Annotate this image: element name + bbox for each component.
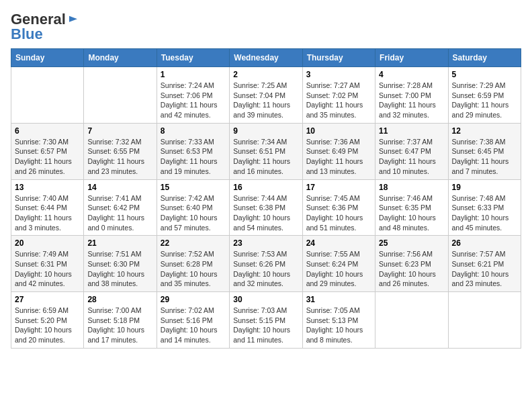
day-number: 11: [379, 126, 444, 136]
day-info: Sunrise: 7:53 AMSunset: 6:26 PMDaylight:…: [233, 249, 298, 289]
calendar-cell: 1Sunrise: 7:24 AMSunset: 7:06 PMDaylight…: [157, 67, 229, 124]
day-number: 1: [161, 70, 226, 79]
page-header: General Blue: [11, 11, 521, 43]
day-number: 30: [233, 295, 298, 304]
day-info: Sunrise: 6:59 AMSunset: 5:20 PMDaylight:…: [15, 306, 80, 345]
calendar-cell: 12Sunrise: 7:38 AMSunset: 6:45 PMDayligh…: [448, 123, 521, 179]
header-friday: Friday: [375, 49, 448, 67]
calendar-cell: 24Sunrise: 7:55 AMSunset: 6:24 PMDayligh…: [302, 236, 375, 292]
calendar-cell: 28Sunrise: 7:00 AMSunset: 5:18 PMDayligh…: [84, 292, 157, 349]
calendar-cell: 15Sunrise: 7:42 AMSunset: 6:40 PMDayligh…: [157, 179, 229, 236]
day-info: Sunrise: 7:36 AMSunset: 6:49 PMDaylight:…: [306, 137, 371, 177]
header-monday: Monday: [84, 49, 157, 67]
day-number: 2: [233, 70, 298, 79]
day-info: Sunrise: 7:34 AMSunset: 6:51 PMDaylight:…: [233, 137, 298, 177]
day-info: Sunrise: 7:41 AMSunset: 6:42 PMDaylight:…: [87, 193, 152, 233]
calendar-cell: 13Sunrise: 7:40 AMSunset: 6:44 PMDayligh…: [11, 179, 84, 236]
calendar-cell: 30Sunrise: 7:03 AMSunset: 5:15 PMDayligh…: [230, 292, 302, 349]
day-number: 31: [306, 295, 371, 304]
week-row-5: 27Sunrise: 6:59 AMSunset: 5:20 PMDayligh…: [11, 292, 521, 349]
header-sunday: Sunday: [11, 49, 84, 67]
day-info: Sunrise: 7:38 AMSunset: 6:45 PMDaylight:…: [452, 137, 517, 177]
calendar-cell: 8Sunrise: 7:33 AMSunset: 6:53 PMDaylight…: [157, 123, 229, 179]
calendar-cell: 9Sunrise: 7:34 AMSunset: 6:51 PMDaylight…: [230, 123, 302, 179]
day-info: Sunrise: 7:28 AMSunset: 7:00 PMDaylight:…: [379, 81, 444, 120]
day-info: Sunrise: 7:00 AMSunset: 5:18 PMDaylight:…: [87, 306, 152, 345]
day-info: Sunrise: 7:46 AMSunset: 6:35 PMDaylight:…: [379, 193, 444, 233]
calendar-cell: 25Sunrise: 7:56 AMSunset: 6:23 PMDayligh…: [375, 236, 448, 292]
day-info: Sunrise: 7:29 AMSunset: 6:59 PMDaylight:…: [452, 81, 517, 120]
day-number: 5: [452, 70, 517, 79]
day-number: 19: [452, 183, 517, 192]
calendar-cell: 23Sunrise: 7:53 AMSunset: 6:26 PMDayligh…: [230, 236, 302, 292]
calendar-cell: 26Sunrise: 7:57 AMSunset: 6:21 PMDayligh…: [448, 236, 521, 292]
header-tuesday: Tuesday: [157, 49, 229, 67]
day-info: Sunrise: 7:48 AMSunset: 6:33 PMDaylight:…: [452, 193, 517, 233]
calendar-cell: 22Sunrise: 7:52 AMSunset: 6:28 PMDayligh…: [157, 236, 229, 292]
calendar-cell: 11Sunrise: 7:37 AMSunset: 6:47 PMDayligh…: [375, 123, 448, 179]
day-info: Sunrise: 7:03 AMSunset: 5:15 PMDaylight:…: [233, 306, 298, 345]
day-number: 21: [87, 238, 152, 248]
day-number: 25: [379, 238, 444, 248]
day-number: 10: [306, 126, 371, 136]
calendar-cell: 21Sunrise: 7:51 AMSunset: 6:30 PMDayligh…: [84, 236, 157, 292]
day-number: 29: [161, 295, 226, 304]
calendar-cell: 29Sunrise: 7:02 AMSunset: 5:16 PMDayligh…: [157, 292, 229, 349]
calendar-cell: 18Sunrise: 7:46 AMSunset: 6:35 PMDayligh…: [375, 179, 448, 236]
day-info: Sunrise: 7:51 AMSunset: 6:30 PMDaylight:…: [87, 249, 152, 289]
week-row-4: 20Sunrise: 7:49 AMSunset: 6:31 PMDayligh…: [11, 236, 521, 292]
calendar-cell: 16Sunrise: 7:44 AMSunset: 6:38 PMDayligh…: [230, 179, 302, 236]
calendar-cell: [84, 67, 157, 124]
calendar-cell: 20Sunrise: 7:49 AMSunset: 6:31 PMDayligh…: [11, 236, 84, 292]
day-number: 12: [452, 126, 517, 136]
calendar-cell: 14Sunrise: 7:41 AMSunset: 6:42 PMDayligh…: [84, 179, 157, 236]
day-number: 22: [161, 238, 226, 248]
calendar-table: SundayMondayTuesdayWednesdayThursdayFrid…: [11, 48, 521, 349]
calendar-cell: 2Sunrise: 7:25 AMSunset: 7:04 PMDaylight…: [230, 67, 302, 124]
day-info: Sunrise: 7:49 AMSunset: 6:31 PMDaylight:…: [15, 249, 80, 289]
calendar-cell: [11, 67, 84, 124]
day-info: Sunrise: 7:57 AMSunset: 6:21 PMDaylight:…: [452, 249, 517, 289]
day-number: 23: [233, 238, 298, 248]
day-number: 26: [452, 238, 517, 248]
day-number: 14: [87, 183, 152, 192]
day-number: 9: [233, 126, 298, 136]
day-info: Sunrise: 7:44 AMSunset: 6:38 PMDaylight:…: [233, 193, 298, 233]
day-info: Sunrise: 7:02 AMSunset: 5:16 PMDaylight:…: [161, 306, 226, 345]
day-number: 8: [161, 126, 226, 136]
header-thursday: Thursday: [302, 49, 375, 67]
calendar-cell: [448, 292, 521, 349]
day-info: Sunrise: 7:30 AMSunset: 6:57 PMDaylight:…: [15, 137, 80, 177]
calendar-header-row: SundayMondayTuesdayWednesdayThursdayFrid…: [11, 49, 521, 67]
day-number: 16: [233, 183, 298, 192]
svg-marker-0: [69, 16, 77, 22]
calendar-cell: 5Sunrise: 7:29 AMSunset: 6:59 PMDaylight…: [448, 67, 521, 124]
calendar-cell: 3Sunrise: 7:27 AMSunset: 7:02 PMDaylight…: [302, 67, 375, 124]
day-number: 17: [306, 183, 371, 192]
day-info: Sunrise: 7:24 AMSunset: 7:06 PMDaylight:…: [161, 81, 226, 120]
day-info: Sunrise: 7:40 AMSunset: 6:44 PMDaylight:…: [15, 193, 80, 233]
calendar-cell: 19Sunrise: 7:48 AMSunset: 6:33 PMDayligh…: [448, 179, 521, 236]
calendar-cell: 10Sunrise: 7:36 AMSunset: 6:49 PMDayligh…: [302, 123, 375, 179]
calendar-cell: 6Sunrise: 7:30 AMSunset: 6:57 PMDaylight…: [11, 123, 84, 179]
day-number: 6: [15, 126, 80, 136]
calendar-cell: 27Sunrise: 6:59 AMSunset: 5:20 PMDayligh…: [11, 292, 84, 349]
day-number: 13: [15, 183, 80, 192]
day-info: Sunrise: 7:56 AMSunset: 6:23 PMDaylight:…: [379, 249, 444, 289]
header-wednesday: Wednesday: [230, 49, 302, 67]
calendar-body: 1Sunrise: 7:24 AMSunset: 7:06 PMDaylight…: [11, 67, 521, 349]
day-info: Sunrise: 7:55 AMSunset: 6:24 PMDaylight:…: [306, 249, 371, 289]
day-info: Sunrise: 7:37 AMSunset: 6:47 PMDaylight:…: [379, 137, 444, 177]
week-row-2: 6Sunrise: 7:30 AMSunset: 6:57 PMDaylight…: [11, 123, 521, 179]
day-info: Sunrise: 7:42 AMSunset: 6:40 PMDaylight:…: [161, 193, 226, 233]
calendar-cell: [375, 292, 448, 349]
logo-blue: Blue: [11, 26, 43, 43]
logo-flag-icon: [67, 13, 79, 26]
week-row-1: 1Sunrise: 7:24 AMSunset: 7:06 PMDaylight…: [11, 67, 521, 124]
day-info: Sunrise: 7:52 AMSunset: 6:28 PMDaylight:…: [161, 249, 226, 289]
calendar-cell: 17Sunrise: 7:45 AMSunset: 6:36 PMDayligh…: [302, 179, 375, 236]
calendar-cell: 7Sunrise: 7:32 AMSunset: 6:55 PMDaylight…: [84, 123, 157, 179]
logo: General Blue: [11, 11, 79, 43]
day-number: 24: [306, 238, 371, 248]
day-info: Sunrise: 7:05 AMSunset: 5:13 PMDaylight:…: [306, 306, 371, 345]
